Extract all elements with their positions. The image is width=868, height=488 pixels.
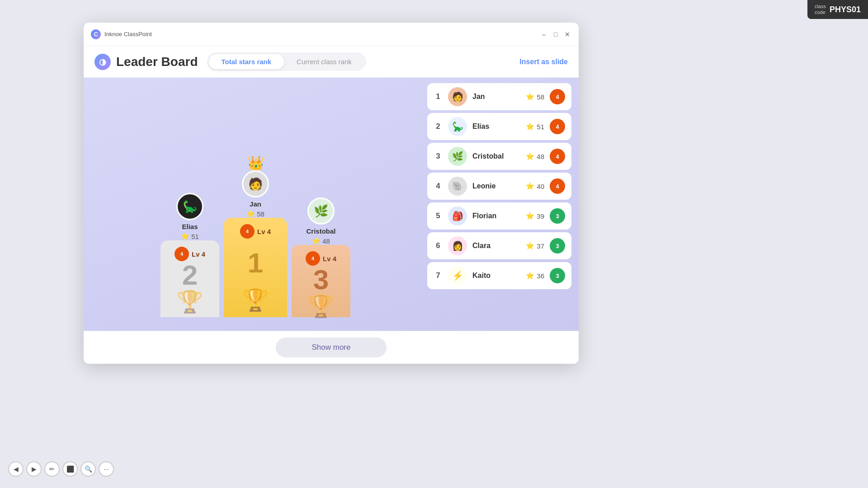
class-code-badge: classcode PHYS01 bbox=[807, 0, 868, 19]
lb-star-count: 48 bbox=[537, 153, 544, 160]
lb-level-florian: 3 bbox=[550, 208, 565, 224]
back-button[interactable]: ◀ bbox=[8, 461, 24, 477]
person-name-elias: Elias bbox=[182, 223, 198, 230]
podium-block-2nd: 4 Lv 4 2 🏆 bbox=[160, 240, 219, 317]
avatar-wrapper-jan: 👑 🧑 bbox=[242, 170, 269, 197]
lb-star-count: 40 bbox=[537, 183, 544, 190]
podium-person-2nd: 🦕 Elias ⭐ 51 4 Lv 4 2 bbox=[160, 193, 219, 317]
lb-level-leonie: 4 bbox=[550, 178, 565, 194]
lb-avatar-elias: 🦕 bbox=[448, 117, 467, 136]
search-button[interactable]: 🔍 bbox=[80, 461, 96, 477]
lb-star-count: 39 bbox=[537, 212, 544, 220]
person-name-jan: Jan bbox=[250, 200, 261, 208]
title-bar-left: C Inknoe ClassPoint bbox=[91, 29, 540, 39]
pen-button[interactable]: ✏ bbox=[44, 461, 60, 477]
list-item: 4 🐘 Leonie ⭐ 40 4 bbox=[427, 173, 571, 200]
podium-rank-3rd: 3 bbox=[313, 266, 329, 294]
avatar-cristobal: 🌿 bbox=[307, 197, 335, 225]
play-button[interactable]: ▶ bbox=[26, 461, 42, 477]
tab-current-class[interactable]: Current class rank bbox=[284, 54, 364, 69]
avatar-elias: 🦕 bbox=[176, 193, 203, 220]
lb-stars-clara: ⭐ 37 bbox=[526, 242, 544, 250]
person-stars-jan: ⭐ 58 bbox=[246, 210, 264, 218]
star-icon-elias: ⭐ bbox=[181, 232, 189, 240]
lb-star-count: 36 bbox=[537, 272, 544, 280]
lv-text-jan: Lv 4 bbox=[257, 228, 271, 235]
lb-name-cristobal: Cristobal bbox=[472, 152, 520, 160]
lb-avatar-clara: 👩 bbox=[448, 236, 467, 255]
lb-rank-6: 6 bbox=[434, 241, 443, 250]
podium-section: 🦕 Elias ⭐ 51 4 Lv 4 2 bbox=[84, 78, 427, 331]
lb-avatar-leonie: 🐘 bbox=[448, 177, 467, 196]
lb-name-leonie: Leonie bbox=[472, 182, 520, 190]
class-code-value: PHYS01 bbox=[830, 5, 861, 14]
lb-avatar-florian: 🎒 bbox=[448, 206, 467, 225]
crown-icon: 👑 bbox=[247, 155, 264, 171]
lv-text-elias: Lv 4 bbox=[192, 250, 205, 258]
lb-stars-leonie: ⭐ 40 bbox=[526, 182, 544, 190]
lb-name-kaito: Kaito bbox=[472, 272, 520, 280]
lv-text-cristobal: Lv 4 bbox=[323, 255, 336, 263]
star-count-jan: 58 bbox=[257, 210, 264, 218]
lb-stars-jan: ⭐ 58 bbox=[526, 93, 544, 101]
list-item: 1 🧑 Jan ⭐ 58 4 bbox=[427, 83, 571, 110]
list-item: 2 🦕 Elias ⭐ 51 4 bbox=[427, 113, 571, 140]
main-window: C Inknoe ClassPoint – □ ✕ ◑ Leader Board… bbox=[84, 23, 579, 364]
podium-person-1st: 👑 🧑 Jan ⭐ 58 4 Lv 4 bbox=[224, 170, 287, 317]
class-label: classcode bbox=[815, 4, 826, 15]
more-button[interactable]: ··· bbox=[99, 461, 114, 477]
header-title: ◑ Leader Board bbox=[94, 54, 198, 70]
lb-avatar-jan: 🧑 bbox=[448, 87, 467, 106]
star-icon: ⭐ bbox=[526, 242, 534, 250]
lb-name-clara: Clara bbox=[472, 242, 520, 250]
tab-group: Total stars rank Current class rank bbox=[207, 52, 366, 71]
podium-rank-2nd: 2 bbox=[182, 261, 198, 289]
star-count-cristobal: 48 bbox=[322, 237, 330, 245]
main-content: 🦕 Elias ⭐ 51 4 Lv 4 2 bbox=[84, 78, 579, 331]
trophy-2nd: 🏆 bbox=[176, 289, 203, 314]
level-badge-jan: 4 Lv 4 bbox=[240, 224, 271, 239]
podium-rank-1st: 1 bbox=[248, 249, 263, 277]
list-item: 5 🎒 Florian ⭐ 39 3 bbox=[427, 202, 571, 230]
lb-star-count: 37 bbox=[537, 242, 544, 250]
star-icon: ⭐ bbox=[526, 152, 534, 160]
tab-total-stars[interactable]: Total stars rank bbox=[209, 54, 284, 69]
lb-star-count: 51 bbox=[537, 123, 544, 131]
star-icon: ⭐ bbox=[526, 212, 534, 220]
bottom-bar: Show more bbox=[84, 331, 579, 364]
app-name: Inknoe ClassPoint bbox=[104, 31, 152, 38]
lb-level-elias: 4 bbox=[550, 119, 565, 134]
lb-rank-1: 1 bbox=[434, 92, 443, 101]
title-bar: C Inknoe ClassPoint – □ ✕ bbox=[84, 23, 579, 46]
podium-block-3rd: 4 Lv 4 3 🏆 bbox=[292, 245, 350, 317]
lb-stars-elias: ⭐ 51 bbox=[526, 122, 544, 131]
lb-level-clara: 3 bbox=[550, 238, 565, 253]
lv-badge-jan: 4 bbox=[240, 224, 255, 239]
show-more-button[interactable]: Show more bbox=[276, 338, 387, 357]
lb-rank-3: 3 bbox=[434, 152, 443, 161]
person-name-cristobal: Cristobal bbox=[306, 227, 335, 235]
lb-level-cristobal: 4 bbox=[550, 149, 565, 164]
lb-name-florian: Florian bbox=[472, 212, 520, 220]
lb-rank-7: 7 bbox=[434, 271, 443, 280]
star-icon-jan: ⭐ bbox=[246, 210, 255, 218]
minimize-button[interactable]: – bbox=[540, 30, 548, 38]
avatar-jan: 🧑 bbox=[242, 170, 269, 197]
podium-block-1st: 4 Lv 4 1 🏆 bbox=[224, 218, 287, 317]
star-icon-cristobal: ⭐ bbox=[312, 237, 321, 245]
screen-button[interactable]: ⬛ bbox=[62, 461, 78, 477]
podium-block-content-1: 4 Lv 4 1 🏆 bbox=[240, 224, 271, 313]
insert-slide-button[interactable]: Insert as slide bbox=[519, 58, 568, 66]
lb-level-kaito: 3 bbox=[550, 268, 565, 283]
header-logo: ◑ bbox=[94, 54, 111, 70]
star-count-elias: 51 bbox=[191, 233, 199, 240]
page-title: Leader Board bbox=[116, 55, 198, 69]
avatar-wrapper-elias: 🦕 bbox=[176, 193, 203, 220]
lb-rank-5: 5 bbox=[434, 211, 443, 221]
leaderboard-list: 1 🧑 Jan ⭐ 58 4 2 🦕 Elias ⭐ 51 4 3 🌿 Cris… bbox=[427, 78, 579, 331]
star-icon: ⭐ bbox=[526, 182, 534, 190]
podium-block-content-2: 4 Lv 4 2 🏆 bbox=[175, 247, 205, 313]
close-button[interactable]: ✕ bbox=[563, 30, 571, 38]
person-stars-cristobal: ⭐ 48 bbox=[312, 237, 330, 245]
maximize-button[interactable]: □ bbox=[552, 30, 560, 38]
